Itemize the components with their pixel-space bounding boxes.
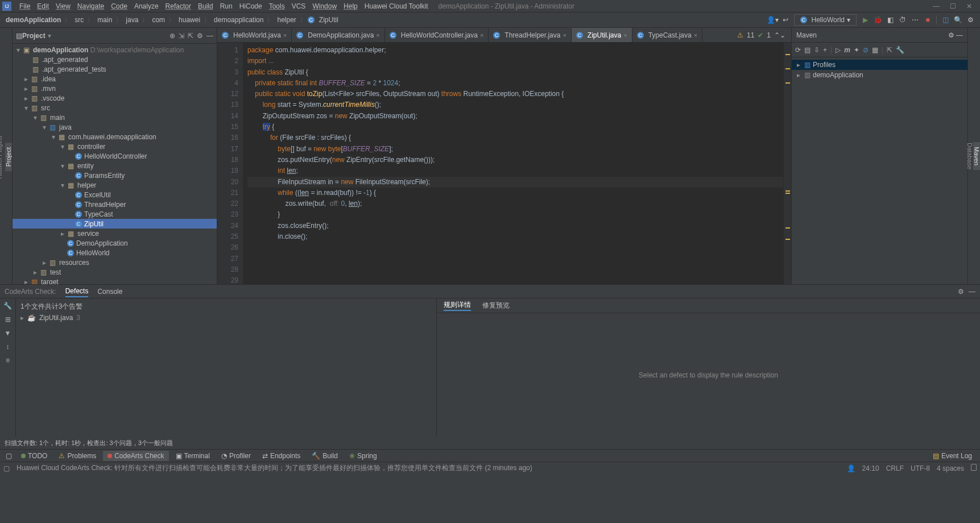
debug-icon[interactable]: 🐞	[871, 14, 884, 26]
menu-analyze[interactable]: Analyze	[131, 1, 162, 11]
download-icon[interactable]: ⇩	[814, 46, 820, 54]
tab-close-icon[interactable]: ×	[623, 32, 627, 39]
tab-close-icon[interactable]: ×	[480, 32, 483, 39]
stop-icon[interactable]: ■	[921, 14, 934, 26]
tool-windows-icon[interactable]: ▢	[3, 452, 14, 460]
ok-icon[interactable]: ✔	[758, 31, 763, 39]
expand-icon[interactable]: ⌃⌄	[774, 31, 785, 39]
crumb-project[interactable]: demoApplication	[3, 15, 63, 25]
editor-tab-active[interactable]: CZipUtil.java×	[572, 28, 632, 42]
tree-item[interactable]: ▸▦service	[13, 229, 217, 238]
menu-run[interactable]: Run	[217, 1, 236, 11]
menu-hicode[interactable]: HiCode	[236, 1, 266, 11]
tab-close-icon[interactable]: ×	[376, 32, 379, 39]
gear-icon[interactable]: ⚙	[948, 31, 954, 39]
filter-icon[interactable]: ▼	[5, 329, 11, 337]
coverage-icon[interactable]: ◧	[884, 14, 896, 26]
tree-item[interactable]: ▾▦helper	[13, 180, 217, 190]
maximize-icon[interactable]: ☐	[950, 2, 956, 10]
maven-module[interactable]: ▸▥demoApplication	[792, 70, 967, 80]
crumb-com[interactable]: com	[150, 15, 167, 25]
collapse-all-icon[interactable]: ⇱	[188, 32, 193, 40]
crumb-main[interactable]: main	[95, 15, 114, 25]
tw-codearts[interactable]: CodeArts Check	[103, 451, 168, 461]
tab-defects[interactable]: Defects	[65, 286, 89, 297]
hide-panel-icon[interactable]: —	[206, 32, 213, 40]
wrench-icon[interactable]: 🔧	[896, 46, 904, 54]
tree-item[interactable]: ▥.apt_generated	[13, 55, 217, 64]
project-tree[interactable]: ▾▣demoApplication D:\workspace\demoAppli…	[13, 44, 217, 284]
tw-build[interactable]: 🔨Build	[307, 451, 342, 461]
menu-vcs[interactable]: VCS	[288, 1, 309, 11]
menu-navigate[interactable]: Navigate	[74, 1, 107, 11]
lock-icon[interactable]	[971, 464, 977, 472]
line-separator[interactable]: CRLF	[886, 464, 904, 472]
tw-problems[interactable]: ⚠Problems	[54, 451, 101, 461]
encoding[interactable]: UTF-8	[911, 464, 930, 472]
tree-item[interactable]: ▾▥java	[13, 122, 217, 132]
tab-maven[interactable]: Maven	[973, 142, 980, 170]
tree-item[interactable]: ▸▥target	[13, 277, 217, 284]
vcs-icon[interactable]: ◫	[939, 14, 952, 26]
tree-item[interactable]: ▾▦entity	[13, 161, 217, 171]
wrench-icon[interactable]: 🔧	[3, 302, 12, 310]
warning-icon[interactable]: ⚠	[737, 31, 743, 39]
gear-icon[interactable]: ⚙	[958, 288, 964, 296]
maven-tree[interactable]: ▸▥Profiles ▸▥demoApplication	[792, 57, 967, 82]
caret-position[interactable]: 24:10	[862, 464, 879, 472]
tree-item[interactable]: ▸▥resources	[13, 258, 217, 267]
defects-tree[interactable]: 1个文件共计3个告警 ▸ ☕ ZipUtil.java 3	[16, 298, 437, 437]
tab-huawei-plugins[interactable]: Huawei Plugins	[0, 131, 3, 184]
menu-refactor[interactable]: Refactor	[162, 1, 195, 11]
editor-tab[interactable]: CTypeCast.java×	[632, 28, 702, 42]
menu-view[interactable]: View	[52, 1, 74, 11]
tree-item[interactable]: CExcelUtil	[13, 190, 217, 200]
gear-icon[interactable]: ⚙	[197, 32, 203, 40]
tab-rule-detail[interactable]: 规则详情	[444, 300, 471, 311]
tree-item[interactable]: ▸▥.mvn	[13, 84, 217, 93]
execute-icon[interactable]: m	[844, 46, 850, 54]
code-editor[interactable]: package com.huawei.demoapplication.helpe…	[243, 43, 783, 284]
menu-code[interactable]: Code	[107, 1, 131, 11]
tree-item[interactable]: ▥.apt_generated_tests	[13, 64, 217, 74]
menu-edit[interactable]: Edit	[34, 1, 52, 11]
tree-item[interactable]: ▾▥main	[13, 113, 217, 122]
reload-icon[interactable]: ⟳	[795, 46, 801, 54]
skip-tests-icon[interactable]: ⊘	[863, 46, 869, 54]
tab-fix-preview[interactable]: 修复预览	[482, 301, 510, 310]
tab-close-icon[interactable]: ×	[694, 32, 697, 39]
user-icon[interactable]: 👤	[847, 464, 855, 472]
generate-icon[interactable]: ▤	[804, 46, 811, 54]
crumb-helper[interactable]: helper	[275, 15, 298, 25]
crumb-huawei[interactable]: huawei	[176, 15, 202, 25]
show-deps-icon[interactable]: ▦	[872, 46, 878, 54]
tree-item[interactable]: ▸▥.idea	[13, 74, 217, 84]
tab-project[interactable]: Project	[5, 143, 12, 171]
error-stripe[interactable]	[783, 43, 791, 284]
sort-icon[interactable]: ↕	[6, 343, 10, 351]
menu-huawei-toolkit[interactable]: Huawei Cloud Toolkit	[361, 1, 432, 11]
run-icon[interactable]: ▶	[859, 14, 871, 26]
profile-icon[interactable]: ⏱	[896, 14, 909, 26]
hide-panel-icon[interactable]: —	[956, 31, 963, 39]
tw-profiler[interactable]: ◔Profiler	[217, 451, 255, 461]
settings-icon[interactable]: ⚙	[964, 14, 977, 26]
tw-spring[interactable]: ❀Spring	[345, 451, 382, 461]
tree-item[interactable]: CThreadHelper	[13, 200, 217, 209]
tree-item[interactable]: ▾▦controller	[13, 142, 217, 151]
menu-build[interactable]: Build	[195, 1, 217, 11]
defects-file-row[interactable]: ▸ ☕ ZipUtil.java 3	[20, 313, 432, 323]
add-icon[interactable]: +	[823, 46, 827, 54]
tw-event-log[interactable]: ▤Event Log	[928, 451, 977, 461]
tw-endpoints[interactable]: ⇄Endpoints	[258, 451, 305, 461]
menu-window[interactable]: Window	[309, 1, 340, 11]
tw-todo[interactable]: TODO	[16, 451, 52, 461]
tab-console[interactable]: Console	[97, 287, 122, 297]
tw-terminal[interactable]: ▣Terminal	[171, 451, 214, 461]
tree-item[interactable]: ▾▥src	[13, 103, 217, 113]
tree-item-ziputil[interactable]: CZipUtil	[13, 219, 217, 229]
add-user-icon[interactable]: 👤▾	[767, 14, 779, 26]
menu-tools[interactable]: Tools	[266, 1, 288, 11]
tab-close-icon[interactable]: ×	[283, 32, 287, 39]
collapse-icon[interactable]: ⇱	[887, 46, 892, 54]
